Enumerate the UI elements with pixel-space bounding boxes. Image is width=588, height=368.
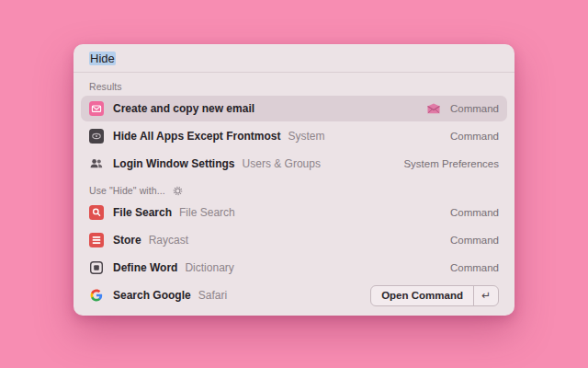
file-search-icon	[89, 205, 104, 220]
section-label: Results	[89, 81, 122, 92]
row-accessory: Command	[450, 131, 499, 142]
results-list: Results Create and copy new email Comman…	[74, 81, 514, 308]
result-row-file-search[interactable]: File Search File Search Command	[81, 200, 507, 225]
row-title: File Search	[113, 206, 172, 219]
row-title: Create and copy new email	[113, 102, 254, 115]
section-label: Use "Hide" with...	[89, 185, 165, 196]
row-subtitle: Raycast	[149, 234, 188, 247]
row-accessory: Command	[450, 103, 499, 114]
row-subtitle: Dictionary	[185, 261, 233, 274]
row-subtitle: Safari	[198, 289, 227, 302]
result-row-store[interactable]: Store Raycast Command	[81, 227, 507, 253]
define-word-icon	[89, 260, 104, 275]
hide-apps-icon	[89, 129, 104, 144]
result-row-define-word[interactable]: Define Word Dictionary Command	[81, 255, 507, 281]
row-title: Login Window Settings	[113, 157, 235, 170]
row-title: Hide All Apps Except Frontmost	[113, 130, 280, 143]
mail-envelope-icon	[89, 101, 104, 116]
row-accessory: System Preferences	[403, 158, 499, 169]
result-row-search-google[interactable]: Search Google Safari Open Command ↵	[81, 282, 507, 308]
result-row-login-window[interactable]: Login Window Settings Users & Groups Sys…	[81, 151, 507, 177]
row-title: Define Word	[113, 261, 177, 274]
store-icon	[89, 233, 104, 247]
search-text-selected: Hide	[89, 52, 116, 65]
search-input[interactable]: Hide	[74, 44, 514, 73]
result-row-hide-all-apps[interactable]: Hide All Apps Except Frontmost System Co…	[81, 123, 507, 149]
row-subtitle: System	[288, 130, 324, 143]
row-subtitle: File Search	[179, 206, 235, 219]
gear-icon[interactable]	[173, 186, 183, 196]
mail-app-icon	[426, 101, 441, 116]
row-title: Search Google	[113, 289, 191, 302]
result-row-create-email[interactable]: Create and copy new email Command	[81, 96, 507, 121]
row-accessory: Command	[450, 207, 499, 218]
users-icon	[89, 156, 104, 171]
section-header-results: Results	[89, 81, 499, 92]
open-command-button[interactable]: Open Command ↵	[370, 285, 499, 306]
row-accessory: Command	[450, 235, 499, 246]
google-icon	[89, 288, 104, 303]
return-key-icon: ↵	[473, 286, 498, 305]
open-command-label: Open Command	[371, 286, 473, 305]
row-accessory: Command	[450, 262, 499, 273]
row-title: Store	[113, 234, 141, 247]
section-header-use-with: Use "Hide" with...	[89, 185, 499, 196]
command-palette-window: Hide Results Create and copy new email C…	[74, 44, 514, 316]
row-subtitle: Users & Groups	[243, 157, 321, 170]
